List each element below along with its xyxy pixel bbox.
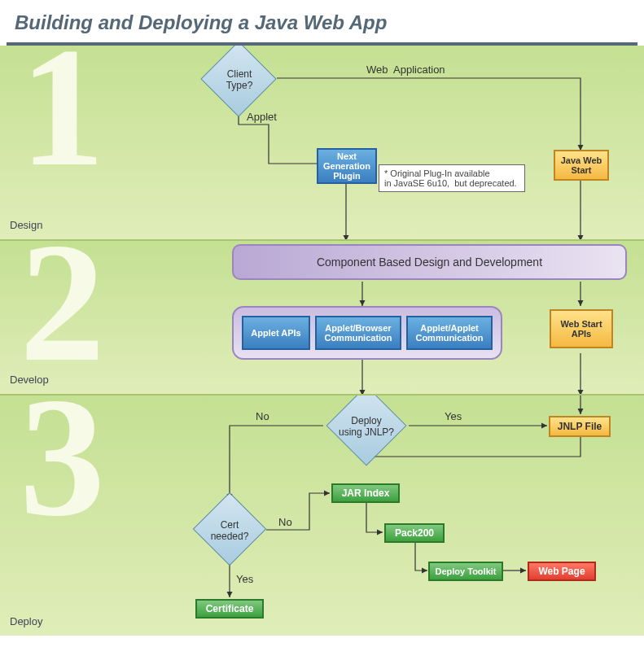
box-jnlp: JNLP File xyxy=(549,416,611,437)
group-applet-apis: Applet APIs Applet/Browser Communication… xyxy=(232,306,502,360)
box-certificate: Certificate xyxy=(195,599,264,619)
page-title: Building and Deploying a Java Web App xyxy=(0,0,644,42)
decision-deploy-jnlp-text: Deploy using JNLP? xyxy=(329,415,404,438)
edge-applet: Applet xyxy=(247,111,277,123)
label-no-1: No xyxy=(256,410,269,422)
stage-label-develop: Develop xyxy=(10,374,49,386)
stage-develop: 2 Develop Component Based Design and Dev… xyxy=(0,241,644,396)
box-applet-browser: Applet/Browser Communication xyxy=(315,316,401,350)
box-javaws: Java Web Start xyxy=(554,150,609,181)
box-webpage: Web Page xyxy=(528,562,596,581)
stage-number-1: 1 xyxy=(20,46,97,192)
box-webstart-apis: Web Start APIs xyxy=(550,309,613,348)
note-plugin: * Original Plug-In available in JavaSE 6… xyxy=(379,164,525,192)
stage-label-design: Design xyxy=(10,219,42,231)
stage-design: 1 Design Client Type? Web Application Ap… xyxy=(0,46,644,241)
stage-number-3: 3 xyxy=(20,396,97,542)
stage-deploy: 3 Deploy Deploy using JNLP? No Yes JNLP … xyxy=(0,396,644,636)
decision-client-type-text: Client Type? xyxy=(207,68,272,91)
label-yes-2: Yes xyxy=(236,573,253,585)
box-deploytoolkit: Deploy Toolkit xyxy=(428,562,503,581)
box-applet-apis: Applet APIs xyxy=(242,316,310,350)
label-yes-1: Yes xyxy=(445,410,462,422)
stage-label-deploy: Deploy xyxy=(10,615,42,627)
edge-webapp: Web Application xyxy=(366,63,445,76)
box-applet-applet: Applet/Applet Communication xyxy=(406,316,493,350)
label-no-2: No xyxy=(278,516,292,528)
stage-number-2: 2 xyxy=(20,241,97,387)
box-jarindex: JAR Index xyxy=(331,483,400,503)
panel-component: Component Based Design and Development xyxy=(232,244,627,280)
decision-cert-text: Cert needed? xyxy=(197,519,262,542)
box-pack200: Pack200 xyxy=(384,523,445,543)
box-nextgen: Next Generation Plugin xyxy=(317,148,377,184)
